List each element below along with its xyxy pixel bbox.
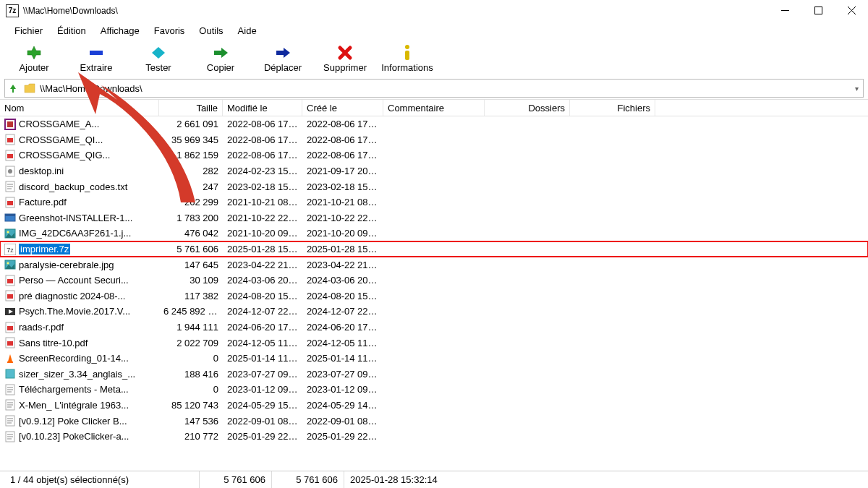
file-name: desktop.ini <box>19 166 64 176</box>
file-icon <box>4 368 16 380</box>
file-created: 2022-08-06 17:42 <box>302 150 383 160</box>
status-selection: 1 / 44 objet(s) sélectionné(s) <box>4 471 200 488</box>
window-title: \\Mac\Home\Downloads\ <box>23 6 118 16</box>
close-button[interactable] <box>835 0 868 22</box>
file-created: 2024-03-06 20:14 <box>302 275 383 286</box>
file-name: Téléchargements - Meta... <box>19 384 129 395</box>
col-size[interactable]: Taille <box>159 100 223 116</box>
file-modified: 2025-01-28 15:32 <box>223 244 302 254</box>
toolbar-extraire-button[interactable]: Extraire <box>65 43 127 74</box>
file-modified: 2025-01-14 11:19 <box>223 353 302 364</box>
menu-favoris[interactable]: Favoris <box>147 24 192 38</box>
svg-rect-1 <box>814 7 822 14</box>
file-size: 0 <box>159 353 223 364</box>
file-icon <box>4 259 16 270</box>
file-modified: 2024-06-20 17:27 <box>223 322 302 333</box>
extraire-icon <box>87 45 106 61</box>
file-row[interactable]: paralysie-cerebrale.jpg147 6452023-04-22… <box>0 257 868 273</box>
file-created: 2023-01-12 09:20 <box>302 384 383 395</box>
file-row[interactable]: Téléchargements - Meta...02023-01-12 09:… <box>0 382 868 398</box>
file-row[interactable]: discord_backup_codes.txt2472023-02-18 15… <box>0 179 868 194</box>
pathbar: ▾ <box>4 79 864 98</box>
file-row[interactable]: Sans titre-10.pdf2 022 7092024-12-05 11:… <box>0 335 868 351</box>
menu-outils[interactable]: Outils <box>192 24 230 38</box>
file-row[interactable]: CROSSGAME_A...2 661 0912022-08-06 17:412… <box>0 116 868 132</box>
up-folder-button[interactable] <box>5 82 21 94</box>
file-name: Greenshot-INSTALLER-1... <box>19 213 132 223</box>
file-row[interactable]: raads-r.pdf1 944 1112024-06-20 17:272024… <box>0 320 868 335</box>
file-size: 0 <box>159 384 223 395</box>
file-modified: 2021-10-20 09:20 <box>223 228 302 239</box>
file-size: 5 761 606 <box>159 244 223 254</box>
file-row[interactable]: Greenshot-INSTALLER-1...1 783 2002021-10… <box>0 210 868 226</box>
svg-rect-39 <box>7 361 13 363</box>
file-size: 6 245 892 470 <box>159 306 223 317</box>
svg-rect-4 <box>90 51 103 55</box>
file-icon <box>4 431 16 442</box>
file-row[interactable]: sizer_sizer_3.34_anglais_...188 4162023-… <box>0 367 868 382</box>
deplacer-icon <box>273 45 292 61</box>
svg-rect-6 <box>405 51 409 60</box>
file-name: paralysie-cerebrale.jpg <box>19 260 114 270</box>
file-created: 2022-08-06 17:40 <box>302 134 383 145</box>
toolbar-tester-button[interactable]: Tester <box>127 43 190 74</box>
file-modified: 2024-12-07 22:46 <box>223 306 302 317</box>
file-created: 2024-12-07 22:25 <box>302 306 383 317</box>
file-row[interactable]: Facture.pdf262 2992021-10-21 08:032021-1… <box>0 194 868 210</box>
path-dropdown-icon[interactable]: ▾ <box>850 85 863 93</box>
minimize-button[interactable] <box>768 0 801 22</box>
file-size: 476 042 <box>159 228 223 239</box>
file-name: Sans titre-10.pdf <box>19 338 88 348</box>
col-folders[interactable]: Dossiers <box>485 100 570 116</box>
file-row[interactable]: [v0.9.12] Poke Clicker B...147 5362022-0… <box>0 413 868 429</box>
file-row[interactable]: pré diagnostic 2024-08-...117 3822024-08… <box>0 288 868 304</box>
file-row[interactable]: X-Men_ L'intégrale 1963...85 120 7432024… <box>0 398 868 414</box>
file-row[interactable]: desktop.ini2822024-02-23 15:082021-09-17… <box>0 163 868 179</box>
toolbar-ajouter-button[interactable]: Ajouter <box>3 43 65 74</box>
status-size2: 5 761 606 <box>272 471 344 488</box>
file-created: 2023-02-18 15:43 <box>302 181 383 192</box>
menubar: FichierÉditionAffichageFavorisOutilsAide <box>0 22 868 39</box>
file-modified: 2024-05-29 15:07 <box>223 400 302 411</box>
file-row[interactable]: CROSSGAME_QIG...1 862 1592022-08-06 17:4… <box>0 147 868 163</box>
file-row[interactable]: CROSSGAME_QI...35 969 3452022-08-06 17:4… <box>0 132 868 148</box>
file-name: sizer_sizer_3.34_anglais_... <box>19 369 135 380</box>
col-comment[interactable]: Commentaire <box>383 100 485 116</box>
svg-rect-33 <box>7 294 13 299</box>
svg-point-29 <box>7 262 9 265</box>
statusbar: 1 / 44 objet(s) sélectionné(s) 5 761 606… <box>0 471 868 488</box>
maximize-button[interactable] <box>801 0 835 22</box>
toolbar-supprimer-button[interactable]: Supprimer <box>314 43 376 74</box>
file-icon <box>4 290 16 301</box>
file-name: raads-r.pdf <box>19 322 64 333</box>
app-icon: 7z <box>6 4 19 17</box>
col-modified[interactable]: Modifié le <box>223 100 302 116</box>
menu-aide[interactable]: Aide <box>231 24 264 38</box>
col-created[interactable]: Créé le <box>302 100 383 116</box>
file-name: Facture.pdf <box>19 197 67 207</box>
toolbar-copier-button[interactable]: Copier <box>190 43 252 74</box>
col-files[interactable]: Fichiers <box>570 100 655 116</box>
file-size: 147 645 <box>159 260 223 270</box>
file-row[interactable]: Perso — Account Securi...30 1092024-03-0… <box>0 273 868 288</box>
toolbar-deplacer-button[interactable]: Déplacer <box>252 43 314 74</box>
file-icon <box>4 150 16 161</box>
file-row[interactable]: [v0.10.23] PokeClicker-a...210 7722025-0… <box>0 429 868 445</box>
file-row[interactable]: 7zimprimer.7z5 761 6062025-01-28 15:3220… <box>0 241 868 257</box>
file-created: 2023-04-22 21:51 <box>302 260 383 270</box>
toolbar-informations-button[interactable]: Informations <box>376 43 438 74</box>
file-size: 1 783 200 <box>159 213 223 223</box>
svg-rect-11 <box>7 138 13 142</box>
file-row[interactable]: IMG_42DC6AA3F261-1.j...476 0422021-10-20… <box>0 226 868 241</box>
path-input[interactable] <box>37 83 850 94</box>
informations-icon <box>398 45 417 61</box>
menu-affichage[interactable]: Affichage <box>93 24 147 38</box>
file-size: 247 <box>159 181 223 192</box>
file-row[interactable]: Psych.The.Movie.2017.V...6 245 892 47020… <box>0 304 868 320</box>
menu-fichier[interactable]: Fichier <box>7 24 50 38</box>
col-name[interactable]: Nom <box>0 100 159 116</box>
menu-édition[interactable]: Édition <box>50 24 93 38</box>
file-row[interactable]: ScreenRecording_01-14...02025-01-14 11:1… <box>0 351 868 367</box>
file-created: 2021-10-20 09:20 <box>302 228 383 239</box>
svg-point-25 <box>7 231 9 233</box>
